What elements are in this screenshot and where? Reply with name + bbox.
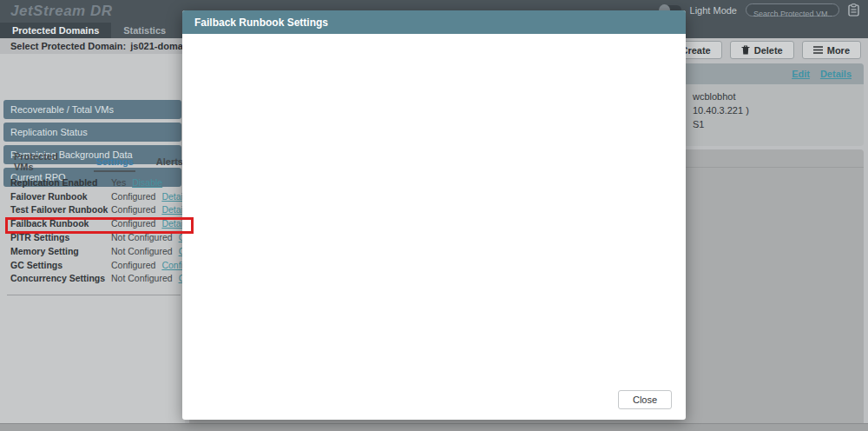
sidebar-tabs: Protected VMsSettingsAlerts — [0, 153, 185, 172]
sidebar-tab-settings[interactable]: Settings — [94, 153, 135, 172]
search-box — [746, 3, 839, 17]
bg-button-more[interactable]: More — [802, 41, 861, 59]
statbar-1[interactable]: Replication Status — [3, 123, 181, 142]
bg-button-delete[interactable]: Delete — [730, 41, 794, 59]
panel-link-edit[interactable]: Edit — [792, 69, 810, 79]
setting-status: Configured — [111, 191, 155, 202]
light-mode-label: Light Mode — [690, 5, 737, 16]
panel-text-fragment: S1 — [693, 119, 704, 129]
setting-label: Test Failover Runbook — [10, 204, 111, 215]
setting-label: Failback Runbook — [10, 218, 111, 229]
setting-status: Not Configured — [111, 246, 173, 256]
settings-row-replication-enabled: Replication EnabledYesDisable — [0, 176, 185, 189]
failback-runbook-settings-modal: Failback Runbook Settings Close — [182, 10, 686, 420]
statbar-0[interactable]: Recoverable / Total VMs — [3, 100, 181, 119]
panel-text-fragment: wcblobhot — [693, 91, 736, 102]
setting-action-link[interactable]: Disable — [132, 177, 162, 188]
tab-protected-domains[interactable]: Protected Domains — [0, 23, 111, 38]
app-logo: JetStream DR — [10, 3, 113, 20]
setting-label: Concurrency Settings — [10, 273, 111, 283]
setting-label: GC Settings — [10, 260, 111, 270]
sidebar-divider — [7, 295, 181, 295]
bottom-strip — [0, 423, 868, 431]
settings-list: Replication EnabledYesDisableFailover Ru… — [0, 176, 185, 285]
domain-selector[interactable]: Select Protected Domain: js021-domain-1 — [0, 38, 185, 54]
setting-status: Configured — [111, 204, 155, 215]
menu-icon — [813, 46, 823, 54]
modal-toolbar — [182, 34, 686, 45]
modal-title: Failback Runbook Settings — [182, 10, 686, 34]
setting-status: Not Configured — [111, 273, 173, 283]
settings-row-failover-runbook: Failover RunbookConfiguredDetails — [0, 189, 185, 203]
setting-status: Configured — [111, 218, 155, 229]
clipboard-icon[interactable] — [848, 3, 859, 17]
panel-link-details[interactable]: Details — [820, 69, 852, 79]
setting-label: Replication Enabled — [10, 177, 111, 188]
bg-button-label: More — [827, 45, 850, 56]
panel-text-fragment: 10.40.3.221 ) — [693, 105, 749, 116]
sidebar-tab-protected-vms[interactable]: Protected VMs — [12, 153, 75, 172]
settings-row-memory-setting: Memory SettingNot ConfiguredConfigure — [0, 244, 185, 258]
settings-row-test-failover-runbook: Test Failover RunbookConfiguredDetails — [0, 203, 185, 217]
settings-row-failback-runbook: Failback RunbookConfiguredDetails — [0, 216, 185, 230]
setting-status: Not Configured — [111, 232, 173, 242]
bg-button-label: Delete — [754, 45, 783, 56]
setting-status: Configured — [111, 260, 155, 270]
setting-label: Failover Runbook — [10, 191, 111, 202]
setting-label: PITR Settings — [10, 232, 111, 242]
trash-icon — [741, 45, 750, 55]
tab-statistics[interactable]: Statistics — [111, 23, 178, 38]
close-button[interactable]: Close — [618, 390, 672, 409]
setting-status: Yes — [111, 177, 126, 188]
sidebar-tab-alerts[interactable]: Alerts — [155, 153, 185, 172]
search-input[interactable] — [746, 9, 838, 20]
app-root: JetStream DR Light Mode Protected Domain… — [0, 0, 868, 431]
settings-row-pitr-settings: PITR SettingsNot ConfiguredConfigure — [0, 230, 185, 244]
settings-row-gc-settings: GC SettingsConfiguredConfigure — [0, 258, 185, 272]
domain-label: Select Protected Domain: — [10, 41, 126, 51]
left-sidebar: Select Protected Domain: js021-domain-1 … — [0, 38, 185, 423]
setting-label: Memory Setting — [10, 246, 111, 256]
settings-row-concurrency-settings: Concurrency SettingsNot ConfiguredConfig… — [0, 272, 185, 286]
